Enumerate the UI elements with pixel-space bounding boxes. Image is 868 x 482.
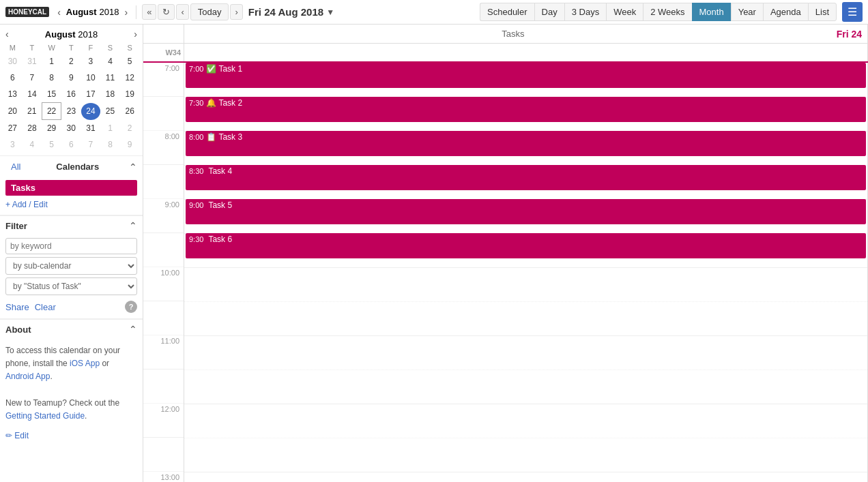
mini-cal-day[interactable]: 3: [3, 136, 23, 153]
mini-cal-day[interactable]: 6: [3, 70, 23, 86]
mini-cal-day[interactable]: 31: [81, 120, 101, 137]
mini-cal-day[interactable]: 13: [3, 86, 23, 103]
mini-cal-day[interactable]: 24: [81, 103, 101, 120]
mini-cal-day[interactable]: 4: [100, 53, 120, 70]
mini-cal-day[interactable]: 31: [23, 53, 42, 70]
mini-cal-day[interactable]: 22: [42, 103, 61, 120]
next-btn[interactable]: ›: [230, 4, 242, 20]
mini-cal-day[interactable]: 10: [81, 70, 101, 86]
mini-cal-day[interactable]: 3: [81, 53, 101, 70]
mini-cal-day[interactable]: 6: [61, 136, 81, 153]
keyword-filter-input[interactable]: [5, 238, 137, 254]
android-app-link[interactable]: Android App: [5, 372, 50, 381]
mini-cal-day[interactable]: 12: [120, 70, 140, 86]
today-btn[interactable]: Today: [190, 3, 229, 20]
new-to-teamup-text: New to Teamup? Check out the Getting Sta…: [5, 397, 137, 423]
mini-cal-day[interactable]: 21: [23, 103, 42, 120]
event-task6[interactable]: 9:30Task 6: [186, 233, 866, 258]
mini-cal-day[interactable]: 26: [120, 103, 140, 120]
mini-cal-day[interactable]: 30: [61, 120, 81, 137]
current-date-display[interactable]: Fri 24 Aug 2018 ▼: [248, 6, 334, 18]
mini-cal-day[interactable]: 16: [61, 86, 81, 103]
add-edit-link[interactable]: + Add / Edit: [0, 198, 143, 215]
view-3days-btn[interactable]: 3 Days: [564, 3, 606, 21]
view-day-btn[interactable]: Day: [534, 3, 564, 21]
mini-cal-day[interactable]: 7: [81, 136, 101, 153]
event-task5[interactable]: 9:00Task 5: [186, 199, 866, 224]
time-slot-hour: 10:00: [143, 267, 184, 301]
mini-cal-day[interactable]: 4: [23, 136, 42, 153]
mini-cal-sidebar-prev[interactable]: ‹: [5, 29, 9, 40]
clear-link[interactable]: Clear: [35, 302, 56, 312]
ios-app-link[interactable]: iOS App: [70, 359, 100, 368]
event-title: Task 2: [218, 98, 242, 108]
getting-started-link[interactable]: Getting Started Guide: [5, 411, 85, 421]
prev-btn[interactable]: ‹: [176, 4, 188, 20]
mini-cal-day[interactable]: 8: [100, 136, 120, 153]
add-edit-anchor[interactable]: + Add / Edit: [5, 200, 48, 209]
mini-cal-day[interactable]: 19: [120, 86, 140, 103]
view-scheduler-btn[interactable]: Scheduler: [480, 3, 534, 21]
mini-cal-day[interactable]: 9: [61, 70, 81, 86]
mini-cal-day[interactable]: 14: [23, 86, 42, 103]
filter-section-header[interactable]: Filter ⌃: [0, 215, 143, 235]
time-slot-half: [143, 438, 184, 472]
mini-cal-day[interactable]: 15: [42, 86, 61, 103]
view-week-btn[interactable]: Week: [606, 3, 643, 21]
calendars-section-header[interactable]: All Calendars ⌃: [0, 155, 143, 177]
view-list-btn[interactable]: List: [808, 3, 837, 21]
double-prev-btn[interactable]: «: [142, 4, 156, 20]
event-title: Task 1: [218, 64, 242, 74]
help-icon[interactable]: ?: [125, 301, 137, 313]
mini-cal-day[interactable]: 2: [61, 53, 81, 70]
view-2weeks-btn[interactable]: 2 Weeks: [643, 3, 691, 21]
mini-cal-day[interactable]: 1: [42, 53, 61, 70]
view-agenda-btn[interactable]: Agenda: [763, 3, 808, 21]
event-task4[interactable]: 8:30Task 4: [186, 165, 866, 190]
status-filter-select[interactable]: by "Status of Task": [5, 277, 137, 295]
mini-cal-day[interactable]: 18: [100, 86, 120, 103]
time-slot-hour: 9:00: [143, 199, 184, 233]
mini-cal-day[interactable]: 28: [23, 120, 42, 137]
mini-cal-day[interactable]: 23: [61, 103, 81, 120]
hour-line: [184, 472, 867, 472]
view-year-btn[interactable]: Year: [731, 3, 763, 21]
menu-btn[interactable]: ☰: [842, 2, 863, 22]
event-task1[interactable]: 7:00✅Task 1: [186, 63, 866, 88]
mini-cal-day[interactable]: 8: [42, 70, 61, 86]
mini-cal-day[interactable]: 5: [120, 53, 140, 70]
mini-cal-day[interactable]: 11: [100, 70, 120, 86]
about-toggle-icon[interactable]: ⌃: [129, 324, 137, 335]
calendars-toggle-icon[interactable]: ⌃: [129, 162, 137, 172]
mini-cal-day[interactable]: 17: [81, 86, 101, 103]
mini-cal-sidebar-next[interactable]: ›: [134, 29, 137, 40]
share-link[interactable]: Share: [5, 302, 29, 312]
refresh-btn[interactable]: ↻: [158, 4, 175, 20]
subcal-filter-select[interactable]: by sub-calendar: [5, 257, 137, 275]
mini-cal-day[interactable]: 1: [100, 120, 120, 137]
calendar-tasks-item[interactable]: Tasks: [0, 177, 143, 198]
event-task3[interactable]: 8:00📋Task 3: [186, 131, 866, 156]
mini-cal-day[interactable]: 27: [3, 120, 23, 137]
event-task2[interactable]: 7:30🔔Task 2: [186, 97, 866, 122]
mini-cal-prev-btn[interactable]: ‹: [55, 5, 63, 19]
mini-cal-day[interactable]: 25: [100, 103, 120, 120]
mini-cal-next-btn[interactable]: ›: [122, 5, 131, 19]
filter-toggle-icon[interactable]: ⌃: [129, 220, 137, 231]
app-logo: HONEYCAL: [5, 7, 49, 17]
mini-cal-day[interactable]: 30: [3, 53, 23, 70]
edit-anchor[interactable]: ✏ Edit: [5, 431, 29, 440]
view-month-btn[interactable]: Month: [692, 3, 731, 21]
mini-cal-day[interactable]: 2: [120, 120, 140, 137]
about-section-header[interactable]: About ⌃: [0, 319, 143, 339]
all-link[interactable]: All: [5, 160, 26, 173]
time-grid-container[interactable]: 7:008:009:0010:0011:0012:0013:0014:00 7:…: [143, 63, 868, 482]
mini-cal-day[interactable]: 29: [42, 120, 61, 137]
day-header-w: W: [42, 42, 61, 53]
mini-cal-day[interactable]: 7: [23, 70, 42, 86]
mini-cal-day[interactable]: 20: [3, 103, 23, 120]
mini-cal-day[interactable]: 5: [42, 136, 61, 153]
mini-cal-day[interactable]: 9: [120, 136, 140, 153]
day-column: 7:00✅Task 17:30🔔Task 28:00📋Task 38:30Tas…: [184, 63, 868, 482]
edit-link-container[interactable]: ✏ Edit: [0, 428, 143, 446]
